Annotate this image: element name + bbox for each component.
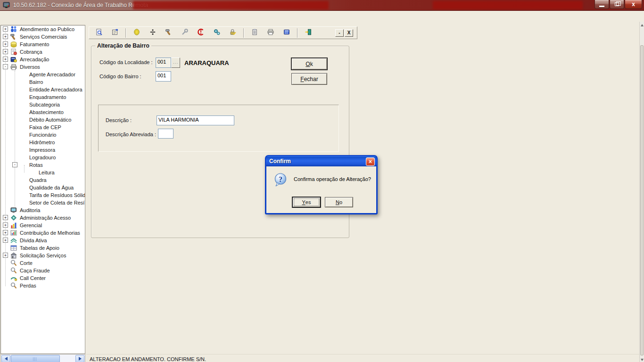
tree-item-label[interactable]: Leitura — [39, 170, 55, 175]
tree-item-label[interactable]: Setor de Coleta de Resí — [29, 200, 84, 206]
restore-button[interactable] — [610, 0, 624, 9]
tree-item[interactable]: Caça Fraude — [1, 267, 85, 274]
tree-item[interactable]: Subcategoria — [1, 101, 85, 108]
tree-item[interactable]: Bairro — [1, 78, 85, 86]
tree-item-label[interactable]: Débito Automático — [29, 117, 71, 123]
yes-button[interactable]: Yes — [292, 197, 321, 207]
tree-item[interactable]: Leitura — [1, 169, 85, 176]
tree-item-label[interactable]: Cobrança — [20, 49, 42, 55]
tree-item-label[interactable]: Enquadramento — [29, 94, 66, 100]
properties-toolbar-button[interactable] — [107, 27, 123, 38]
sidebar-tree[interactable]: +Atendimento ao Publico+Serviços Comerci… — [0, 25, 85, 354]
fechar-button[interactable]: Fechar — [291, 73, 327, 85]
tree-item-label[interactable]: Quadra — [29, 177, 47, 183]
tree-item-label[interactable]: Abastecimento — [29, 109, 64, 115]
exit-toolbar-button[interactable] — [300, 27, 316, 38]
tree-item-label[interactable]: Funcionário — [29, 132, 56, 138]
tree-item-label[interactable]: Diversos — [20, 64, 40, 70]
tree-item-label[interactable]: Serviços Comerciais — [20, 34, 67, 40]
tree-item[interactable]: Tarifa de Resíduos Sólid — [1, 191, 85, 199]
print-toolbar-button[interactable] — [263, 27, 279, 38]
expand-plus-icon[interactable]: + — [3, 238, 8, 243]
gears-toolbar-button[interactable] — [209, 27, 225, 38]
tree-item-label[interactable]: Corte — [20, 260, 33, 266]
tree-item[interactable]: +Contribuição de Melhorias — [1, 229, 85, 237]
tree-item[interactable]: Setor de Coleta de Resí — [1, 199, 85, 206]
mdi-close-button[interactable]: X — [345, 29, 353, 37]
expand-plus-icon[interactable]: + — [3, 49, 8, 54]
minimize-button[interactable] — [594, 0, 609, 9]
tree-item-label[interactable]: Entidade Arrecadadora — [29, 87, 83, 92]
descricao-input[interactable]: VILA HARMONIA — [157, 115, 234, 125]
scrollbar-thumb[interactable] — [11, 355, 60, 362]
refresh-alert-toolbar-button[interactable] — [193, 27, 209, 38]
expand-plus-icon[interactable]: + — [3, 57, 8, 62]
tree-item-label[interactable]: Bairro — [29, 79, 43, 85]
tree-item[interactable]: Tabelas de Apoio — [1, 244, 85, 252]
tree-item[interactable]: Quadra — [1, 176, 85, 184]
scroll-right-button[interactable] — [75, 355, 84, 362]
tree-item-label[interactable]: Rotas — [29, 162, 43, 168]
tree-item[interactable]: Abastecimento — [1, 108, 85, 116]
tree-item[interactable]: -Rotas — [1, 161, 85, 169]
tree-item[interactable]: +Gerencial — [1, 222, 85, 229]
tree-item-label[interactable]: Call Center — [20, 275, 46, 281]
tree-item[interactable]: Logradouro — [1, 154, 85, 161]
expand-plus-icon[interactable]: + — [3, 26, 8, 32]
divide-toolbar-button[interactable] — [145, 27, 161, 38]
preview-toolbar-button[interactable] — [91, 27, 107, 38]
wrench-toolbar-button[interactable] — [177, 27, 193, 38]
calculator-toolbar-button[interactable] — [279, 27, 295, 38]
tree-item[interactable]: Corte — [1, 259, 85, 267]
tree-item-label[interactable]: Faixa de CEP — [29, 124, 61, 130]
tree-item[interactable]: Débito Automático — [1, 116, 85, 123]
tree-item[interactable]: +Cobrança — [1, 48, 85, 56]
tree-item-label[interactable]: Divida Ativa — [20, 238, 47, 243]
tree-item-label[interactable]: Administração Acesso — [20, 215, 71, 221]
tree-item[interactable]: +Administração Acesso — [1, 214, 85, 222]
tree-item[interactable]: Hidrômetro — [1, 139, 85, 146]
mdi-minimize-button[interactable]: - — [335, 29, 344, 37]
tree-item[interactable]: Impressora — [1, 146, 85, 154]
tree-item[interactable]: +Atendimento ao Publico — [1, 25, 85, 33]
notes-toolbar-button[interactable] — [247, 27, 263, 38]
expand-plus-icon[interactable]: + — [3, 215, 8, 220]
tree-item-label[interactable]: Perdas — [20, 283, 36, 288]
scrollbar-thumb[interactable] — [640, 45, 644, 355]
tree-item-label[interactable]: Solicitação Serviços — [20, 253, 66, 258]
tree-item[interactable]: Qualidade da Água — [1, 184, 85, 191]
coin-toolbar-button[interactable] — [129, 27, 145, 38]
descricao-abreviada-input[interactable] — [158, 129, 173, 139]
collapse-minus-icon[interactable]: - — [3, 64, 8, 69]
tree-item[interactable]: +Arrecadação — [1, 56, 85, 63]
localidade-browse-button[interactable]: ... — [171, 58, 180, 68]
tree-item[interactable]: Agente Arrecadador — [1, 71, 85, 78]
rdp-titlebar[interactable]: 10.50.62.182 - Conexão de Área de Trabal… — [0, 0, 644, 11]
tree-item-label[interactable]: Agente Arrecadador — [29, 72, 75, 77]
tree-item-label[interactable]: Auditoria — [20, 207, 40, 213]
tree-item-label[interactable]: Faturamento — [20, 41, 49, 47]
ok-button[interactable]: Ok — [291, 58, 327, 70]
expand-plus-icon[interactable]: + — [3, 230, 8, 235]
bairro-input[interactable]: 001 — [156, 71, 171, 82]
arrow-up-icon[interactable] — [641, 24, 644, 26]
tree-item-label[interactable]: Tarifa de Resíduos Sólid — [29, 192, 85, 198]
expand-plus-icon[interactable]: + — [3, 34, 8, 39]
tree-item-label[interactable]: Logradouro — [29, 155, 56, 160]
arrow-down-icon[interactable] — [641, 359, 644, 361]
tree-item[interactable]: +Divida Ativa — [1, 237, 85, 244]
expand-plus-icon[interactable]: + — [3, 41, 8, 47]
close-button[interactable]: x — [625, 0, 642, 9]
tree-item[interactable]: +Solicitação Serviços — [1, 252, 85, 259]
tree-item[interactable]: Call Center — [1, 274, 85, 282]
expand-plus-icon[interactable]: + — [3, 222, 8, 228]
lock-edit-toolbar-button[interactable] — [225, 27, 241, 38]
tree-item-label[interactable]: Gerencial — [20, 222, 42, 228]
tree-item-label[interactable]: Caça Fraude — [20, 268, 50, 273]
tools-toolbar-button[interactable] — [161, 27, 177, 38]
collapse-minus-icon[interactable]: - — [12, 162, 17, 167]
tree-item-label[interactable]: Contribuição de Melhorias — [20, 230, 80, 236]
tree-item-label[interactable]: Qualidade da Água — [29, 185, 74, 190]
tree-item[interactable]: Enquadramento — [1, 93, 85, 101]
rdp-vertical-scrollbar[interactable] — [639, 22, 644, 362]
